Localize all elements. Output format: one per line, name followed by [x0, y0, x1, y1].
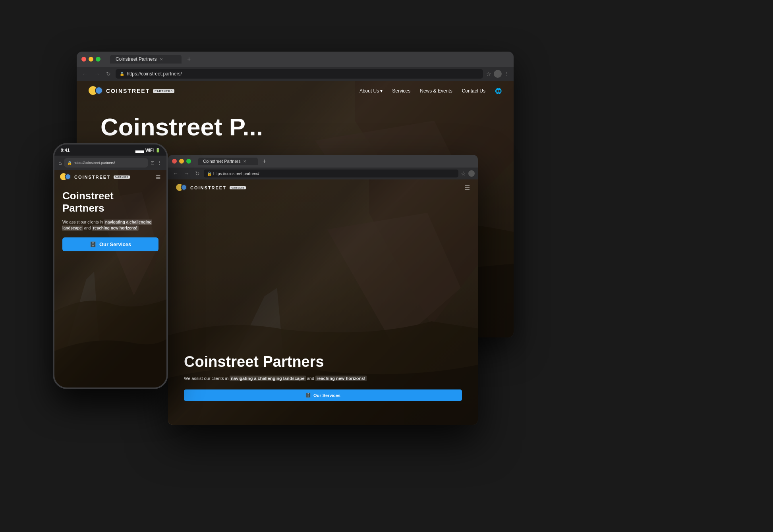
tablet-minimize-button[interactable]: [179, 159, 184, 164]
tablet-titlebar: Coinstreet Partners ✕ +: [168, 155, 478, 168]
nav-services[interactable]: Services: [392, 88, 410, 94]
desktop-toolbar: ← → ↻ 🔒 https://coinstreet.partners/ ☆ ⋮: [77, 67, 514, 81]
mobile-highlight2: reaching new horizons!: [92, 226, 139, 231]
tablet-tab-label: Coinstreet Partners: [203, 159, 241, 164]
tablet-logo: COINSTREET PARTNERS: [176, 184, 246, 192]
scene: Coinstreet Partners ✕ + ← → ↻ 🔒 https://…: [29, 28, 744, 504]
user-avatar[interactable]: [494, 70, 502, 78]
mobile-cta-label: Our Services: [99, 241, 131, 247]
nav-contact[interactable]: Contact Us: [462, 88, 485, 94]
minimize-button[interactable]: [89, 57, 93, 62]
tablet-logo-text: COINSTREET: [190, 185, 226, 190]
mobile-address-bar[interactable]: 🔒 https://coinstreet.partners/: [64, 158, 148, 168]
tablet-toolbar: ← → ↻ 🔒 https://coinstreet.partners/ ☆: [168, 168, 478, 179]
tablet-new-tab[interactable]: +: [263, 158, 266, 165]
back-button[interactable]: ←: [81, 70, 89, 78]
mobile-coin-front: [65, 173, 71, 180]
coin-front: [95, 87, 103, 94]
mobile-hero-content: CoinstreetPartners We assist our clients…: [62, 190, 158, 251]
desktop-logo: COINSTREET PARTNERS: [89, 86, 174, 96]
logo-coins: [89, 86, 103, 96]
tablet-maximize-button[interactable]: [186, 159, 191, 164]
browser-tab[interactable]: Coinstreet Partners ✕: [110, 55, 182, 64]
mobile-logo-text: COINSTREET: [74, 175, 110, 179]
language-icon[interactable]: 🌐: [495, 88, 502, 94]
tablet-logo-coins: [176, 184, 187, 192]
nav-news[interactable]: News & Events: [420, 88, 452, 94]
mobile-site-nav: COINSTREET PARTNERS ☰: [54, 170, 166, 184]
tablet-bookmark-icon[interactable]: ☆: [461, 170, 466, 177]
address-bar[interactable]: 🔒 https://coinstreet.partners/: [116, 69, 483, 79]
tablet-hamburger-menu[interactable]: ☰: [464, 184, 470, 192]
mobile-status-bar: 9:41 ▄▄▄ WiFi 🔋: [54, 145, 166, 156]
mobile-hamburger-menu[interactable]: ☰: [156, 174, 161, 180]
battery-icon: 🔋: [155, 148, 160, 152]
new-tab-button[interactable]: +: [187, 56, 191, 63]
tablet-user-avatar[interactable]: [468, 170, 475, 177]
tablet-hero-content: Coinstreet Partners We assist our client…: [184, 354, 462, 401]
mobile-logo: COINSTREET PARTNERS: [60, 173, 130, 181]
mobile-time: 9:41: [61, 148, 70, 152]
tab-close-button[interactable]: ✕: [160, 57, 163, 62]
desktop-nav-links: About Us ▾ Services News & Events Contac…: [359, 88, 502, 94]
tablet-cta-button[interactable]: 🗄️ Our Services: [184, 389, 462, 401]
signal-icon: ▄▄▄: [135, 148, 144, 152]
mobile-logo-coins: [60, 173, 71, 181]
mobile-cta-icon: 🗄️: [90, 241, 96, 247]
wifi-icon: WiFi: [145, 148, 154, 152]
browser-actions: ☆ ⋮: [486, 70, 510, 78]
tablet-url: https://coinstreet.partners/: [213, 172, 259, 176]
tablet-cta-icon: 🗄️: [305, 393, 311, 398]
mobile-cta-button[interactable]: 🗄️ Our Services: [62, 237, 158, 251]
tab-label: Coinstreet Partners: [116, 56, 157, 62]
tablet-address-bar[interactable]: 🔒 https://coinstreet.partners/: [204, 170, 458, 177]
tablet-highlight1: navigating a challenging landscape: [230, 376, 305, 381]
tablet-logo-badge: PARTNERS: [230, 186, 246, 189]
mobile-hero-background: COINSTREET PARTNERS ☰ CoinstreetPartners…: [54, 170, 166, 387]
tablet-traffic-lights: [172, 159, 191, 164]
close-button[interactable]: [81, 57, 86, 62]
tablet-tab[interactable]: Coinstreet Partners ✕: [198, 158, 258, 165]
tablet-back-button[interactable]: ←: [171, 170, 180, 177]
tablet-lock-icon: 🔒: [207, 172, 212, 176]
desktop-hero-title-partial: Coinstreet P...: [100, 113, 263, 141]
tablet-tab-close[interactable]: ✕: [243, 159, 246, 164]
desktop-hero-partial: Coinstreet P...: [100, 113, 263, 141]
mobile-tabs-icon[interactable]: ⊡: [151, 160, 155, 166]
forward-button[interactable]: →: [93, 70, 101, 78]
mobile-home-icon[interactable]: ⌂: [58, 160, 62, 166]
tablet-hero-subtitle: We assist our clients in navigating a ch…: [184, 375, 462, 382]
mobile-hero-title: CoinstreetPartners: [62, 190, 158, 214]
mobile-status-indicators: ▄▄▄ WiFi 🔋: [135, 148, 160, 152]
logo-text: COINSTREET: [106, 88, 150, 94]
mobile-logo-badge: PARTNERS: [114, 175, 130, 179]
menu-icon[interactable]: ⋮: [504, 71, 510, 77]
tablet-website-content: COINSTREET PARTNERS ☰ Coinstreet Partner…: [168, 179, 478, 425]
tablet-refresh-button[interactable]: ↻: [193, 170, 201, 177]
desktop-titlebar: Coinstreet Partners ✕ +: [77, 52, 514, 67]
traffic-lights: [81, 57, 100, 62]
nav-about[interactable]: About Us ▾: [359, 88, 383, 94]
mobile-url: https://coinstreet.partners/: [73, 161, 115, 165]
refresh-button[interactable]: ↻: [104, 70, 112, 78]
tablet-close-button[interactable]: [172, 159, 177, 164]
bookmark-icon[interactable]: ☆: [486, 71, 491, 77]
tablet-site-nav: COINSTREET PARTNERS ☰: [168, 179, 478, 196]
url-text: https://coinstreet.partners/: [127, 71, 182, 77]
tablet-coin-front: [181, 184, 187, 191]
mobile-browser: 9:41 ▄▄▄ WiFi 🔋 ⌂ 🔒 https://coinstreet.p…: [53, 143, 168, 389]
desktop-site-nav: COINSTREET PARTNERS About Us ▾ Services …: [77, 81, 514, 101]
mobile-hero-subtitle: We assist our clients in navigating a ch…: [62, 219, 158, 231]
mobile-website-content: COINSTREET PARTNERS ☰ CoinstreetPartners…: [54, 170, 166, 387]
tablet-cta-label: Our Services: [313, 393, 340, 398]
maximize-button[interactable]: [96, 57, 100, 62]
mobile-menu-icon[interactable]: ⋮: [157, 160, 162, 166]
lock-icon: 🔒: [120, 72, 124, 76]
tablet-highlight2: reaching new horizons!: [315, 376, 367, 381]
logo-badge: PARTNERS: [153, 89, 174, 93]
tablet-hero-background: COINSTREET PARTNERS ☰ Coinstreet Partner…: [168, 179, 478, 425]
tablet-hero-title: Coinstreet Partners: [184, 354, 462, 370]
tablet-browser: Coinstreet Partners ✕ + ← → ↻ 🔒 https://…: [168, 155, 478, 425]
mobile-lock-icon: 🔒: [67, 161, 72, 165]
tablet-forward-button[interactable]: →: [182, 170, 191, 177]
